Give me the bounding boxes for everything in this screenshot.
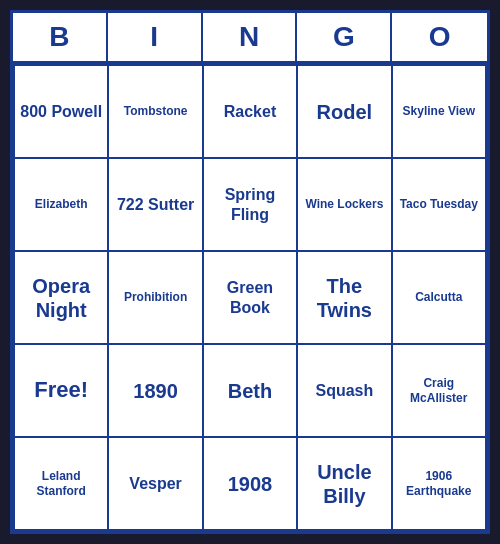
cell-text-13: The Twins bbox=[302, 274, 386, 322]
bingo-cell-5[interactable]: Elizabeth bbox=[15, 159, 107, 250]
cell-text-11: Prohibition bbox=[124, 290, 187, 304]
cell-text-10: Opera Night bbox=[19, 274, 103, 322]
bingo-cell-16[interactable]: 1890 bbox=[109, 345, 201, 436]
header-letter-i: I bbox=[108, 13, 203, 61]
cell-text-19: Craig McAllister bbox=[397, 376, 481, 405]
cell-text-20: Leland Stanford bbox=[19, 469, 103, 498]
cell-text-6: 722 Sutter bbox=[117, 195, 194, 214]
bingo-cell-10[interactable]: Opera Night bbox=[15, 252, 107, 343]
cell-text-17: Beth bbox=[228, 379, 272, 403]
header-letter-o: O bbox=[392, 13, 487, 61]
bingo-cell-17[interactable]: Beth bbox=[204, 345, 296, 436]
cell-text-21: Vesper bbox=[129, 474, 181, 493]
cell-text-5: Elizabeth bbox=[35, 197, 88, 211]
header-letter-g: G bbox=[297, 13, 392, 61]
cell-text-8: Wine Lockers bbox=[305, 197, 383, 211]
cell-text-9: Taco Tuesday bbox=[400, 197, 478, 211]
cell-text-12: Green Book bbox=[208, 278, 292, 316]
bingo-cell-9[interactable]: Taco Tuesday bbox=[393, 159, 485, 250]
bingo-cell-12[interactable]: Green Book bbox=[204, 252, 296, 343]
bingo-cell-2[interactable]: Racket bbox=[204, 66, 296, 157]
bingo-card: BINGO 800 PowellTombstoneRacketRodelSkyl… bbox=[10, 10, 490, 534]
cell-text-7: Spring Fling bbox=[208, 185, 292, 223]
bingo-header: BINGO bbox=[13, 13, 487, 64]
header-letter-n: N bbox=[203, 13, 298, 61]
bingo-cell-7[interactable]: Spring Fling bbox=[204, 159, 296, 250]
cell-text-23: Uncle Billy bbox=[302, 460, 386, 508]
bingo-cell-4[interactable]: Skyline View bbox=[393, 66, 485, 157]
cell-text-15: Free! bbox=[34, 377, 88, 403]
bingo-cell-18[interactable]: Squash bbox=[298, 345, 390, 436]
bingo-cell-6[interactable]: 722 Sutter bbox=[109, 159, 201, 250]
cell-text-0: 800 Powell bbox=[20, 102, 102, 121]
cell-text-3: Rodel bbox=[317, 100, 373, 124]
bingo-cell-22[interactable]: 1908 bbox=[204, 438, 296, 529]
cell-text-14: Calcutta bbox=[415, 290, 462, 304]
cell-text-1: Tombstone bbox=[124, 104, 188, 118]
bingo-cell-0[interactable]: 800 Powell bbox=[15, 66, 107, 157]
bingo-grid: 800 PowellTombstoneRacketRodelSkyline Vi… bbox=[13, 64, 487, 531]
bingo-cell-13[interactable]: The Twins bbox=[298, 252, 390, 343]
bingo-cell-21[interactable]: Vesper bbox=[109, 438, 201, 529]
bingo-cell-11[interactable]: Prohibition bbox=[109, 252, 201, 343]
header-letter-b: B bbox=[13, 13, 108, 61]
bingo-cell-19[interactable]: Craig McAllister bbox=[393, 345, 485, 436]
cell-text-2: Racket bbox=[224, 102, 276, 121]
bingo-cell-15[interactable]: Free! bbox=[15, 345, 107, 436]
bingo-cell-23[interactable]: Uncle Billy bbox=[298, 438, 390, 529]
cell-text-4: Skyline View bbox=[403, 104, 476, 118]
bingo-cell-24[interactable]: 1906 Earthquake bbox=[393, 438, 485, 529]
bingo-cell-1[interactable]: Tombstone bbox=[109, 66, 201, 157]
bingo-cell-20[interactable]: Leland Stanford bbox=[15, 438, 107, 529]
bingo-cell-14[interactable]: Calcutta bbox=[393, 252, 485, 343]
cell-text-22: 1908 bbox=[228, 472, 273, 496]
bingo-cell-3[interactable]: Rodel bbox=[298, 66, 390, 157]
cell-text-18: Squash bbox=[315, 381, 373, 400]
bingo-cell-8[interactable]: Wine Lockers bbox=[298, 159, 390, 250]
cell-text-16: 1890 bbox=[133, 379, 178, 403]
cell-text-24: 1906 Earthquake bbox=[397, 469, 481, 498]
